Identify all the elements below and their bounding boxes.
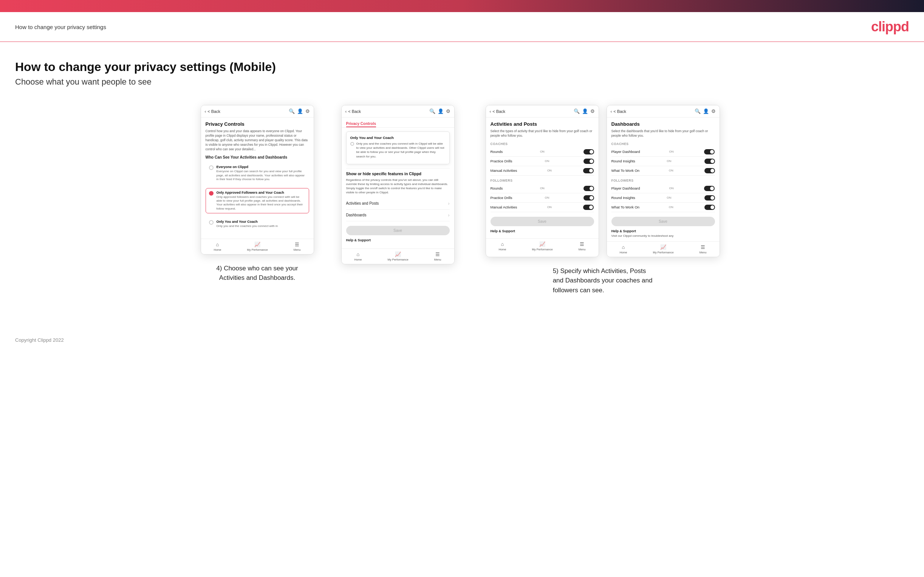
performance-icon-2: 📈 xyxy=(395,251,401,257)
screen3-bottom-nav: ⌂ Home 📈 My Performance ☰ Menu xyxy=(486,238,599,254)
nav-my-performance-4[interactable]: 📈 My Performance xyxy=(653,244,674,254)
followers-rounds-label: Rounds xyxy=(491,186,503,190)
option2-title: Only Approved Followers and Your Coach xyxy=(216,191,306,195)
screen4-coaches-player-row: Player Dashboard ON xyxy=(611,147,715,157)
nav-menu-3[interactable]: ☰ Menu xyxy=(578,241,586,251)
nav-home-4[interactable]: ⌂ Home xyxy=(620,244,627,254)
screen4-help: Help & Support xyxy=(611,229,715,233)
main-content: How to change your privacy settings (Mob… xyxy=(0,42,924,310)
popup-radio-row: Only you and the coaches you connect wit… xyxy=(351,142,446,159)
show-hide-title: Show or hide specific features in Clippd xyxy=(346,171,450,176)
screen1-description: Control how you and your data appears to… xyxy=(205,129,309,152)
search-icon-2[interactable]: 🔍 xyxy=(429,108,435,114)
profile-icon-2[interactable]: 👤 xyxy=(438,108,444,114)
popup-title: Only You and Your Coach xyxy=(351,135,446,140)
screen4-followers-player-toggle[interactable] xyxy=(704,186,715,191)
screen3-coaches-label: COACHES xyxy=(491,142,594,146)
screen2-save-btn[interactable]: Save xyxy=(346,226,450,235)
page-title: How to change your privacy settings (Mob… xyxy=(15,60,909,74)
wide-phones: ‹ < Back 🔍 👤 ⚙ Activities and Posts Sele… xyxy=(486,105,720,257)
screen2-tab[interactable]: Privacy Controls xyxy=(346,122,376,127)
screen4-coaches-work-toggle[interactable] xyxy=(704,168,715,173)
home-icon-2: ⌂ xyxy=(357,251,360,257)
screen4-followers-work-toggle[interactable] xyxy=(704,205,715,210)
settings-icon[interactable]: ⚙ xyxy=(305,108,310,114)
screen4-followers-round-toggle[interactable] xyxy=(704,195,715,200)
profile-icon-3[interactable]: 👤 xyxy=(582,108,588,114)
radio-everyone[interactable] xyxy=(209,165,213,170)
screen1-sub-heading: Who Can See Your Activities and Dashboar… xyxy=(205,155,309,160)
search-icon-3[interactable]: 🔍 xyxy=(573,108,580,114)
screen3-followers-label: FOLLOWERS xyxy=(491,179,594,182)
popup-desc: Only you and the coaches you connect wit… xyxy=(356,142,446,159)
screen4-coaches-label: COACHES xyxy=(611,142,715,146)
search-icon-4[interactable]: 🔍 xyxy=(695,108,701,114)
screen3-header: ‹ < Back 🔍 👤 ⚙ xyxy=(486,105,599,118)
followers-manual-row: Manual Activities ON xyxy=(491,203,594,212)
screen1-back[interactable]: ‹ < Back xyxy=(205,109,221,114)
profile-icon-4[interactable]: 👤 xyxy=(703,108,709,114)
screen1-header: ‹ < Back 🔍 👤 ⚙ xyxy=(201,105,314,118)
screen3-save-btn[interactable]: Save xyxy=(491,217,594,226)
screen4-followers-work-label: What To Work On xyxy=(611,205,640,209)
nav-home[interactable]: ⌂ Home xyxy=(214,242,221,251)
settings-icon-2[interactable]: ⚙ xyxy=(446,108,451,114)
screen4-section-title: Dashboards xyxy=(611,121,715,127)
coaches-rounds-row: Rounds ON xyxy=(491,147,594,157)
nav-activities-row[interactable]: Activities and Posts › xyxy=(346,198,450,210)
option3-title: Only You and Your Coach xyxy=(216,220,278,224)
coaches-manual-toggle[interactable] xyxy=(583,168,594,173)
nav-menu[interactable]: ☰ Menu xyxy=(294,242,301,251)
screen4-description: Select the dashboards that you'd like to… xyxy=(611,129,715,138)
coaches-manual-label: Manual Activities xyxy=(491,168,517,172)
radio-you-coach[interactable] xyxy=(209,220,213,225)
nav-my-performance-2[interactable]: 📈 My Performance xyxy=(388,251,409,261)
followers-manual-toggle[interactable] xyxy=(583,205,594,210)
divider xyxy=(346,168,450,168)
screen4-coaches-round-toggle[interactable] xyxy=(704,159,715,164)
menu-icon-3: ☰ xyxy=(580,241,584,247)
popup-radio[interactable] xyxy=(351,142,354,146)
screen2-back[interactable]: ‹ < Back xyxy=(346,109,361,114)
nav-dashboards-row[interactable]: Dashboards › xyxy=(346,210,450,221)
screen2-icons: 🔍 👤 ⚙ xyxy=(429,108,451,114)
search-icon[interactable]: 🔍 xyxy=(289,108,295,114)
settings-icon-3[interactable]: ⚙ xyxy=(590,108,595,114)
breadcrumb: How to change your privacy settings xyxy=(15,24,106,30)
profile-icon[interactable]: 👤 xyxy=(297,108,303,114)
nav-home-3[interactable]: ⌂ Home xyxy=(499,241,506,251)
nav-my-performance[interactable]: 📈 My Performance xyxy=(247,242,268,251)
coaches-rounds-toggle[interactable] xyxy=(583,149,594,155)
radio-option-followers[interactable]: Only Approved Followers and Your Coach O… xyxy=(205,188,309,214)
screen4-coaches-player-toggle[interactable] xyxy=(704,149,715,155)
screen4-save-btn[interactable]: Save xyxy=(611,217,715,226)
performance-icon-3: 📈 xyxy=(539,241,545,247)
caption2: 5) Specify which Activities, Posts and D… xyxy=(553,266,653,295)
screen4-followers-round-label: Round Insights xyxy=(611,196,635,200)
radio-option-you-coach[interactable]: Only You and Your Coach Only you and the… xyxy=(205,217,309,231)
screen4-back[interactable]: ‹ < Back xyxy=(611,109,627,114)
radio-followers[interactable] xyxy=(209,191,213,196)
screen1-group: ‹ < Back 🔍 👤 ⚙ Privacy Controls Control … xyxy=(193,105,321,295)
nav-menu-4[interactable]: ☰ Menu xyxy=(699,244,707,254)
followers-drills-toggle[interactable] xyxy=(583,195,594,200)
nav-menu-2[interactable]: ☰ Menu xyxy=(434,251,441,261)
followers-drills-label: Practice Drills xyxy=(491,196,512,200)
screen3-description: Select the types of activity that you'd … xyxy=(491,129,594,138)
screen4-bottom-nav: ⌂ Home 📈 My Performance ☰ Menu xyxy=(607,241,720,257)
screen3-content: Activities and Posts Select the types of… xyxy=(486,118,599,238)
nav-my-performance-3[interactable]: 📈 My Performance xyxy=(532,241,553,251)
screen2-help: Help & Support xyxy=(346,238,450,242)
coaches-drills-label: Practice Drills xyxy=(491,159,512,163)
followers-rounds-toggle[interactable] xyxy=(583,186,594,191)
screen3-icons: 🔍 👤 ⚙ xyxy=(573,108,595,114)
page-subtitle: Choose what you want people to see xyxy=(15,77,909,87)
screen3-back[interactable]: ‹ < Back xyxy=(490,109,506,114)
screen4-coaches-round-label: Round Insights xyxy=(611,159,635,163)
coaches-rounds-label: Rounds xyxy=(491,150,503,154)
nav-home-2[interactable]: ⌂ Home xyxy=(354,251,362,261)
settings-icon-4[interactable]: ⚙ xyxy=(711,108,716,114)
coaches-drills-toggle[interactable] xyxy=(583,159,594,164)
screen1-mock: ‹ < Back 🔍 👤 ⚙ Privacy Controls Control … xyxy=(201,105,314,255)
radio-option-everyone[interactable]: Everyone on Clippd Everyone on Clippd ca… xyxy=(205,162,309,184)
